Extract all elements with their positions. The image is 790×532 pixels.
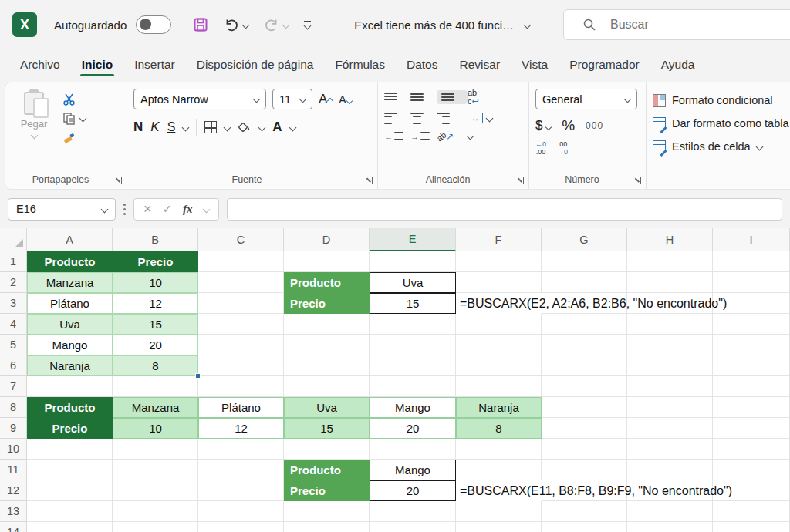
wrap-text-button[interactable]: abc↩ (468, 89, 501, 106)
cell-styles-button[interactable]: Estilos de celda (653, 135, 790, 158)
formula-input[interactable] (227, 198, 782, 221)
cell-A4[interactable]: Uva (27, 314, 113, 335)
percent-button[interactable]: % (562, 117, 575, 134)
cell-B11[interactable] (113, 460, 198, 480)
column-header-B[interactable]: B (113, 228, 198, 251)
tab-disposición-de-página[interactable]: Disposición de página (186, 52, 325, 78)
enter-button[interactable]: ✓ (163, 202, 173, 216)
cell-G11[interactable] (542, 460, 627, 480)
cell-F2[interactable] (456, 272, 542, 293)
cell-D3[interactable]: Precio (284, 293, 370, 314)
cell-F8[interactable]: Naranja (456, 397, 542, 418)
font-color-dropdown-icon[interactable] (289, 123, 296, 131)
cell-A7[interactable] (27, 376, 113, 397)
cell-F11[interactable] (456, 460, 542, 480)
conditional-formatting-button[interactable]: Formato condicional (653, 89, 790, 112)
cell-G9[interactable] (542, 418, 627, 439)
copy-button[interactable] (62, 111, 86, 125)
cell-E14[interactable] (370, 522, 456, 532)
tab-archivo[interactable]: Archivo (9, 52, 71, 78)
cell-H6[interactable] (627, 355, 713, 376)
align-top-button[interactable] (384, 93, 397, 102)
cell-C1[interactable] (198, 251, 284, 272)
row-header-9[interactable]: 9 (0, 418, 27, 439)
cell-E10[interactable] (370, 439, 456, 460)
font-color-button[interactable]: A (272, 120, 282, 135)
cell-B8[interactable]: Manzana (113, 397, 198, 418)
cell-I1[interactable] (713, 251, 790, 272)
alignment-dialog-launcher[interactable] (517, 177, 524, 184)
cell-D7[interactable] (284, 376, 370, 397)
tab-inicio[interactable]: Inicio (71, 52, 123, 78)
font-name-select[interactable]: Aptos Narrow (133, 89, 266, 109)
name-box[interactable]: E16 (8, 198, 116, 221)
cell-H10[interactable] (627, 439, 713, 460)
row-header-2[interactable]: 2 (0, 272, 27, 293)
cell-D11[interactable]: Producto (284, 460, 370, 480)
row-header-4[interactable]: 4 (0, 314, 27, 335)
font-dialog-launcher[interactable] (366, 177, 373, 184)
cell-D14[interactable] (284, 522, 370, 532)
cell-E11[interactable]: Mango (370, 460, 456, 480)
cell-B4[interactable]: 15 (113, 314, 198, 335)
cell-G6[interactable] (542, 355, 627, 376)
cell-D12[interactable]: Precio (284, 480, 370, 501)
search-box[interactable]: Buscar (563, 9, 790, 40)
number-dialog-launcher[interactable] (634, 177, 641, 184)
clipboard-dialog-launcher[interactable] (115, 177, 122, 184)
increase-decimal-button[interactable]: ←0.00 (535, 140, 546, 157)
row-header-6[interactable]: 6 (0, 355, 27, 376)
column-header-A[interactable]: A (27, 228, 113, 251)
tab-fórmulas[interactable]: Fórmulas (324, 52, 396, 78)
tab-insertar[interactable]: Insertar (123, 52, 186, 78)
copy-dropdown-icon[interactable] (79, 114, 87, 122)
cell-B6[interactable]: 8 (113, 355, 198, 376)
cell-F6[interactable] (456, 355, 542, 376)
cell-E3[interactable]: 15 (370, 293, 456, 314)
cell-A2[interactable]: Manzana (27, 272, 113, 293)
window-title[interactable]: Excel tiene más de 400 funci… (354, 19, 530, 32)
orientation-dropdown[interactable] (468, 133, 501, 139)
cell-C7[interactable] (198, 376, 284, 397)
cell-H13[interactable] (627, 501, 713, 522)
row-header-1[interactable]: 1 (0, 251, 27, 272)
merge-center-button[interactable]: ↔ (468, 113, 501, 123)
increase-indent-button[interactable]: → (410, 132, 437, 141)
customize-toolbar-button[interactable] (304, 21, 311, 29)
cell-B13[interactable] (113, 501, 198, 522)
cell-D2[interactable]: Producto (284, 272, 370, 293)
cell-C12[interactable] (198, 480, 284, 501)
cell-C2[interactable] (198, 272, 284, 293)
cell-E6[interactable] (370, 355, 456, 376)
tab-ayuda[interactable]: Ayuda (650, 52, 706, 78)
column-header-E[interactable]: E (370, 228, 456, 251)
orientation-button[interactable]: ab↗ (437, 131, 468, 142)
cell-C11[interactable] (198, 460, 284, 480)
row-header-14[interactable]: 14 (0, 522, 27, 532)
cell-B2[interactable]: 10 (113, 272, 198, 293)
tab-vista[interactable]: Vista (511, 52, 559, 78)
row-header-11[interactable]: 11 (0, 460, 27, 480)
borders-button[interactable] (204, 121, 217, 133)
cell-G2[interactable] (542, 272, 627, 293)
format-painter-button[interactable] (62, 130, 86, 144)
column-header-I[interactable]: I (713, 228, 790, 251)
cell-I8[interactable] (713, 397, 790, 418)
grow-font-button[interactable]: A (319, 92, 333, 107)
cell-C13[interactable] (198, 501, 284, 522)
cell-F14[interactable] (456, 522, 542, 532)
align-bottom-button[interactable] (437, 90, 468, 104)
cell-I11[interactable] (713, 460, 790, 480)
cell-H5[interactable] (627, 335, 713, 355)
cell-D4[interactable] (284, 314, 370, 335)
align-middle-button[interactable] (410, 93, 424, 102)
cell-G8[interactable] (542, 397, 627, 418)
cell-F1[interactable] (456, 251, 542, 272)
row-header-10[interactable]: 10 (0, 439, 27, 460)
cell-A1[interactable]: Producto (27, 251, 113, 272)
cell-A9[interactable]: Precio (27, 418, 113, 439)
cell-G7[interactable] (542, 376, 627, 397)
cell-C5[interactable] (198, 335, 284, 355)
cell-E7[interactable] (370, 376, 456, 397)
cell-G1[interactable] (542, 251, 627, 272)
